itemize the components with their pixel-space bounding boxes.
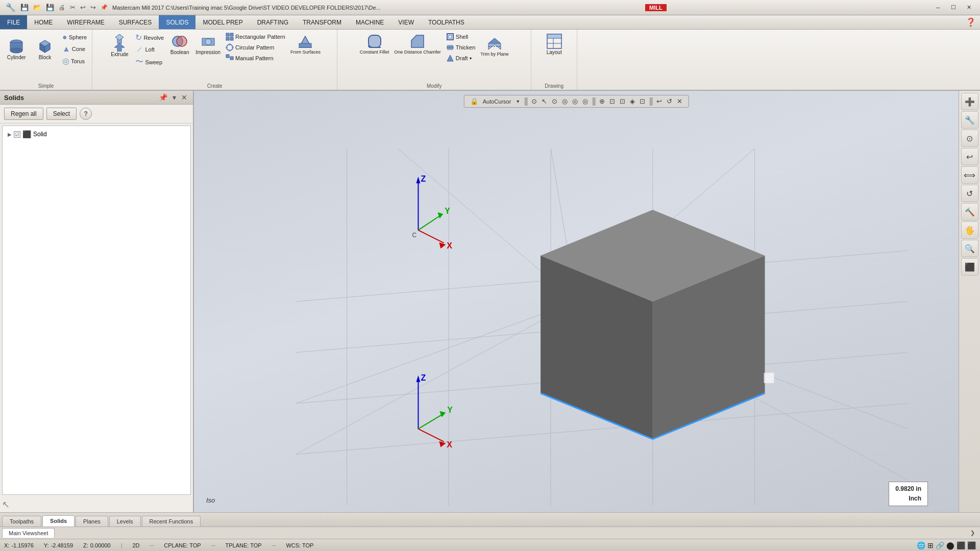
layout-button[interactable]: Layout [536, 32, 572, 67]
thicken-button[interactable]: Thicken [444, 42, 478, 53]
tab-solids[interactable]: Solids [42, 515, 75, 527]
tree-checkbox[interactable]: ☑ [14, 131, 20, 138]
rt-btn-5[interactable]: ⟺ [961, 166, 978, 184]
help-icon[interactable]: ❓ [966, 17, 976, 27]
sphere-button[interactable]: ● Sphere [60, 32, 89, 43]
menu-file[interactable]: FILE [0, 15, 27, 29]
menu-bar: FILE HOME WIREFRAME SURFACES SOLIDS MODE… [0, 15, 980, 30]
tab-levels[interactable]: Levels [109, 516, 141, 527]
main-viewsheet-tab[interactable]: Main Viewsheet [2, 528, 55, 538]
undo-icon[interactable]: ↩ [79, 3, 87, 12]
vp-icon2[interactable]: ↖ [540, 96, 549, 106]
menu-surfaces[interactable]: SURFACES [112, 15, 159, 29]
rt-btn-3[interactable]: ⊙ [961, 130, 978, 147]
viewsheet-expand-arrow[interactable]: ❯ [967, 530, 978, 536]
panel-pin-icon[interactable]: 📌 [157, 93, 169, 102]
rt-btn-8[interactable]: 🖐 [961, 221, 978, 239]
block-button[interactable]: Block [32, 32, 58, 67]
lock-icon[interactable]: 🔒 [469, 96, 480, 106]
from-surfaces-button[interactable]: From Surfaces [288, 32, 323, 67]
close-button[interactable]: ✕ [962, 2, 976, 13]
rt-btn-6[interactable]: ↺ [961, 185, 978, 202]
autocursor-label[interactable]: AutoCursor [481, 97, 513, 106]
status-globe-icon[interactable]: 🌐 [917, 541, 925, 549]
const-fillet-button[interactable]: Constant Fillet [358, 32, 391, 67]
vp-close-icon[interactable]: ✕ [675, 96, 684, 106]
vp-icon10[interactable]: ◈ [628, 96, 636, 106]
vp-icon3[interactable]: ⊙ [550, 96, 559, 106]
menu-machine[interactable]: MACHINE [349, 15, 391, 29]
menu-wireframe[interactable]: WIREFRAME [60, 15, 111, 29]
vp-icon8[interactable]: ⊡ [608, 96, 617, 106]
manual-pattern-button[interactable]: Manual Pattern [224, 53, 287, 63]
select-button[interactable]: Select [46, 108, 77, 120]
svg-point-21 [229, 49, 231, 52]
vp-undo-icon[interactable]: ↩ [655, 96, 664, 106]
print-icon[interactable]: 🖨 [57, 3, 67, 12]
rt-btn-4[interactable]: ↩ [961, 148, 978, 165]
status-link-icon[interactable]: 🔗 [936, 541, 944, 549]
maximize-button[interactable]: ☐ [946, 2, 961, 13]
minimize-button[interactable]: ─ [931, 2, 945, 13]
menu-toolpaths[interactable]: TOOLPATHS [421, 15, 472, 29]
circ-pattern-button[interactable]: Circular Pattern [224, 42, 287, 53]
trim-plane-button[interactable]: Trim by Plane [478, 32, 510, 67]
rt-btn-7[interactable]: 🔨 [961, 203, 978, 220]
menu-drafting[interactable]: DRAFTING [250, 15, 296, 29]
save2-icon[interactable]: 💾 [44, 3, 56, 12]
torus-button[interactable]: ◎ Torus [60, 55, 89, 67]
shell-button[interactable]: Shell [444, 32, 478, 42]
status-circle-icon[interactable]: ⬤ [946, 541, 954, 549]
cut-icon[interactable]: ✂ [68, 3, 77, 12]
panel-close-icon[interactable]: ✕ [180, 93, 189, 102]
from-surfaces-icon [297, 33, 313, 49]
impression-button[interactable]: Impression [193, 32, 223, 67]
open-icon[interactable]: 📂 [32, 3, 43, 12]
redo-icon[interactable]: ↪ [89, 3, 97, 12]
help-button[interactable]: ? [80, 108, 92, 120]
menu-home[interactable]: HOME [27, 15, 60, 29]
vp-redo-icon[interactable]: ↺ [665, 96, 674, 106]
svg-rect-14 [226, 33, 229, 36]
boolean-button[interactable]: Boolean [167, 32, 192, 67]
title-controls[interactable]: ─ ☐ ✕ [931, 2, 976, 13]
revolve-button[interactable]: ↻ Revolve [133, 32, 166, 43]
rt-btn-2[interactable]: 🔧 [961, 111, 978, 129]
regen-all-button[interactable]: Regen all [4, 108, 43, 120]
rt-btn-1[interactable]: ➕ [961, 93, 978, 110]
cursor-icon: ↖ [2, 499, 10, 510]
rt-btn-10[interactable]: ⬛ [961, 258, 978, 276]
pin-icon[interactable]: 📌 [99, 3, 109, 12]
status-grid-icon[interactable]: ⊞ [927, 541, 934, 549]
sweep-button[interactable]: 〜 Sweep [133, 56, 166, 68]
cylinder-button[interactable]: Cylinder [3, 32, 30, 67]
tab-recent-functions[interactable]: Recent Functions [142, 516, 201, 527]
vp-icon9[interactable]: ⊡ [618, 96, 627, 106]
status-tri-icon[interactable]: ⬛ [967, 541, 976, 549]
menu-solids[interactable]: SOLIDS [159, 15, 195, 29]
draft-button[interactable]: Draft ▾ [444, 53, 478, 63]
rt-btn-9[interactable]: 🔍 [961, 240, 978, 257]
loft-button[interactable]: ⟋ Loft [133, 44, 166, 55]
panel-arrow-icon[interactable]: ▾ [171, 93, 178, 102]
tree-expand-icon[interactable]: ▶ [8, 132, 12, 137]
vp-icon11[interactable]: ⊡ [638, 96, 647, 106]
autocursor-arrow[interactable]: ▼ [514, 98, 522, 105]
vp-icon1[interactable]: ⊙ [530, 96, 538, 106]
rect-pattern-button[interactable]: Rectangular Pattern [224, 32, 287, 42]
tab-toolpaths[interactable]: Toolpaths [2, 516, 41, 527]
cone-button[interactable]: ▲ Cone [60, 43, 89, 55]
status-rect-icon[interactable]: ⬛ [957, 541, 965, 549]
extrude-button[interactable]: Extrude [107, 32, 132, 67]
vp-icon6[interactable]: ◎ [581, 96, 590, 106]
vp-icon4[interactable]: ◎ [560, 96, 569, 106]
solid-tree-item[interactable]: ▶ ☑ ⬛ Solid [6, 129, 187, 139]
vp-icon5[interactable]: ◎ [571, 96, 579, 106]
menu-view[interactable]: VIEW [391, 15, 421, 29]
tab-planes[interactable]: Planes [76, 516, 108, 527]
one-dist-button[interactable]: One Distance Chamfer [392, 32, 443, 67]
menu-modelprep[interactable]: MODEL PREP [195, 15, 250, 29]
menu-transform[interactable]: TRANSFORM [296, 15, 349, 29]
vp-icon7[interactable]: ⊕ [598, 96, 606, 106]
save-icon[interactable]: 💾 [19, 3, 30, 12]
